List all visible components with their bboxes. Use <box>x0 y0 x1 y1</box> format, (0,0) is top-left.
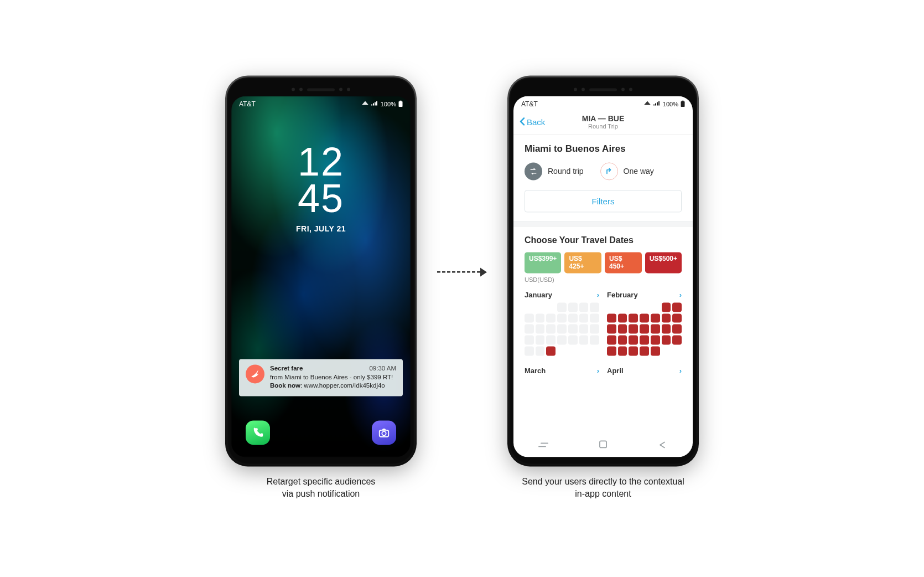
dates-title: Choose Your Travel Dates <box>525 235 682 245</box>
price-legend: US$399+ US$ 425+ US$ 450+ US$500+ <box>525 252 682 273</box>
back-nav-button[interactable] <box>657 440 668 451</box>
one-way-label: One way <box>624 167 654 176</box>
one-way-option[interactable]: One way <box>600 162 654 180</box>
flow-arrow <box>437 264 487 280</box>
network-icon <box>644 101 651 107</box>
price-chip-1: US$399+ <box>525 252 561 273</box>
currency-note: USD(USD) <box>525 276 682 283</box>
month-january[interactable]: January › <box>525 291 599 356</box>
recent-apps-button[interactable] <box>538 440 549 451</box>
push-notification[interactable]: Secret fare 09:30 AM from Miami to Bueno… <box>239 359 403 396</box>
route-title: Miami to Buenos Aires <box>525 143 682 154</box>
calendar-february <box>607 302 682 356</box>
lock-clock: 12 45 <box>298 143 344 217</box>
round-trip-icon <box>525 162 542 180</box>
back-label: Back <box>527 117 545 127</box>
section-divider <box>513 221 693 226</box>
carrier-label: AT&T <box>521 100 538 108</box>
notification-title: Secret fare <box>270 365 303 374</box>
lock-screen: AT&T 100% <box>231 96 411 457</box>
filters-button[interactable]: Filters <box>525 190 682 212</box>
battery-label: 100% <box>663 101 678 107</box>
trip-section: Miami to Buenos Aires Round trip <box>513 135 693 221</box>
month-label-apr: April <box>607 367 624 375</box>
month-label-mar: March <box>525 367 546 375</box>
app-screen: AT&T 100% <box>513 96 693 457</box>
hopper-app-icon <box>246 365 264 384</box>
home-button[interactable] <box>598 439 608 452</box>
battery-icon <box>681 100 685 108</box>
left-column: AT&T 100% <box>227 77 415 499</box>
round-trip-option[interactable]: Round trip <box>525 162 584 180</box>
left-caption-line1: Retarget specific audiences <box>267 476 376 488</box>
right-column: AT&T 100% <box>509 77 697 499</box>
month-april[interactable]: April › <box>607 367 682 378</box>
navbar: Back MIA — BUE Round Trip <box>513 110 693 135</box>
right-caption-line2: in-app content <box>522 488 684 500</box>
status-right: 100% <box>644 100 685 108</box>
filters-label: Filters <box>592 197 615 206</box>
nav-title: MIA — BUE Round Trip <box>582 115 624 130</box>
chevron-right-icon: › <box>597 367 599 375</box>
one-way-icon <box>600 162 618 180</box>
status-right: 100% <box>362 100 403 108</box>
month-march[interactable]: March › <box>525 367 599 378</box>
carrier-label: AT&T <box>239 100 256 108</box>
notification-cta-bold: Book now <box>270 383 300 389</box>
svg-rect-0 <box>400 100 402 101</box>
right-caption-line1: Send your users directly to the contextu… <box>522 476 684 488</box>
right-caption: Send your users directly to the contextu… <box>522 476 684 499</box>
chevron-right-icon: › <box>679 367 682 375</box>
svg-rect-5 <box>681 101 685 107</box>
month-february[interactable]: February › <box>607 291 682 356</box>
nav-title-sub: Round Trip <box>582 123 624 130</box>
months-row-1: January › <box>525 291 682 356</box>
month-label-feb: February <box>607 291 638 299</box>
svg-point-3 <box>382 431 386 435</box>
svg-rect-6 <box>600 441 606 447</box>
svg-rect-4 <box>682 100 684 101</box>
signal-icon <box>653 101 661 107</box>
chevron-left-icon <box>519 117 526 127</box>
dates-section: Choose Your Travel Dates US$399+ US$ 425… <box>513 226 693 387</box>
svg-rect-1 <box>399 101 403 107</box>
trip-type-group: Round trip One way <box>525 162 682 180</box>
phone-app-icon[interactable] <box>246 420 270 445</box>
battery-label: 100% <box>381 101 396 107</box>
price-chip-2: US$ 425+ <box>564 252 601 273</box>
camera-app-icon[interactable] <box>372 420 396 445</box>
notification-cta-rest: : www.hopper.com/Idk45kdj4o <box>300 383 385 389</box>
chevron-right-icon: › <box>679 291 682 299</box>
lock-date: FRI, JULY 21 <box>296 225 346 234</box>
notification-body: Secret fare 09:30 AM from Miami to Bueno… <box>270 365 396 391</box>
notification-message: from Miami to Buenos Aires - only $399 R… <box>270 373 396 382</box>
nav-title-main: MIA — BUE <box>582 115 624 123</box>
left-phone-frame: AT&T 100% <box>227 77 415 465</box>
notification-time: 09:30 AM <box>369 365 396 374</box>
status-bar: AT&T 100% <box>231 96 411 110</box>
phone-sensors <box>231 84 411 95</box>
chevron-right-icon: › <box>597 291 599 299</box>
right-phone-frame: AT&T 100% <box>509 77 697 465</box>
months-row-2: March › April › <box>525 367 682 378</box>
clock-minutes: 45 <box>298 181 344 217</box>
status-bar: AT&T 100% <box>513 96 693 110</box>
android-nav-bar <box>513 434 693 457</box>
stage: AT&T 100% <box>227 77 697 499</box>
battery-icon <box>398 100 403 108</box>
lock-dock <box>231 420 411 445</box>
notification-cta: Book now: www.hopper.com/Idk45kdj4o <box>270 382 396 391</box>
clock-hours: 12 <box>298 143 344 180</box>
signal-icon <box>371 101 378 107</box>
round-trip-label: Round trip <box>548 167 584 176</box>
month-label-jan: January <box>525 291 552 299</box>
left-caption: Retarget specific audiences via push not… <box>267 476 376 499</box>
calendar-january <box>525 302 599 356</box>
back-button[interactable]: Back <box>519 110 545 134</box>
price-chip-4: US$500+ <box>645 252 682 273</box>
lock-content: 12 45 FRI, JULY 21 <box>231 110 411 233</box>
price-chip-3: US$ 450+ <box>605 252 642 273</box>
phone-sensors <box>513 84 693 95</box>
arrow-head-icon <box>480 267 487 276</box>
left-caption-line2: via push notification <box>267 488 376 500</box>
